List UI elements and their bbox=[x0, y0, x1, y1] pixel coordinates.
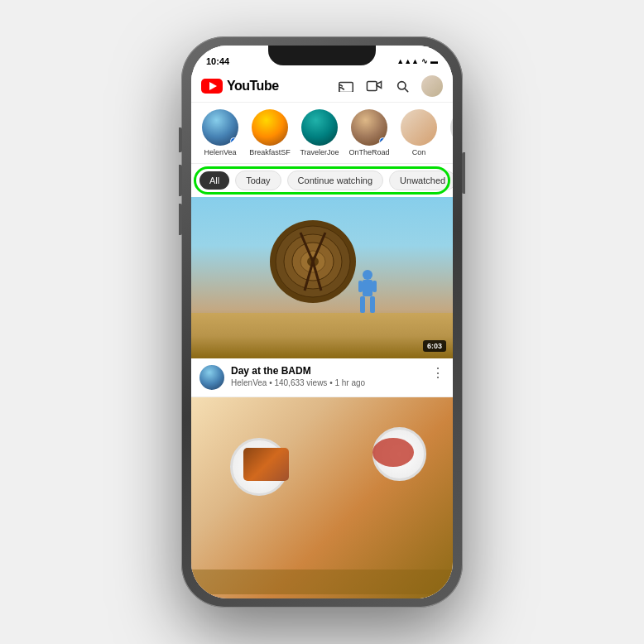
svg-rect-14 bbox=[370, 296, 375, 313]
phone-notch bbox=[268, 46, 376, 65]
sub-avatar-travelerjoe bbox=[301, 109, 338, 146]
youtube-logo: YouTube bbox=[201, 79, 337, 94]
sub-item-all[interactable]: ALL bbox=[448, 109, 453, 146]
channel-avatar[interactable] bbox=[199, 365, 224, 390]
chip-unwatched[interactable]: Unwatched bbox=[389, 171, 453, 190]
volume-up-button bbox=[179, 165, 182, 196]
video-title[interactable]: Day at the BADM bbox=[231, 365, 425, 377]
sub-label-travelerjoe: TravelerJoe bbox=[300, 148, 339, 156]
unread-dot bbox=[230, 137, 238, 145]
food-item-2 bbox=[372, 438, 414, 467]
video-camera-button[interactable] bbox=[365, 77, 383, 95]
chip-all[interactable]: All bbox=[199, 171, 229, 190]
video-meta: HelenVea • 140,633 views • 1 hr ago bbox=[231, 378, 425, 387]
power-button bbox=[462, 152, 465, 194]
sub-avatar-con bbox=[401, 109, 437, 146]
video-more-button[interactable]: ⋮ bbox=[431, 365, 445, 381]
tree-stump bbox=[267, 216, 358, 307]
svg-line-4 bbox=[405, 89, 408, 92]
sub-label-breakfastsf: BreakfastSF bbox=[249, 148, 291, 156]
food-item-1 bbox=[243, 448, 289, 481]
wifi-icon: ∿ bbox=[421, 57, 428, 65]
sub-label-helenvea: HelenVea bbox=[204, 148, 236, 156]
sub-avatar-ontheroad bbox=[351, 109, 387, 146]
sub-label-con: Con bbox=[412, 148, 426, 156]
user-avatar[interactable] bbox=[421, 75, 443, 97]
video-thumbnail-2[interactable] bbox=[191, 397, 453, 598]
ground bbox=[191, 313, 453, 358]
phone-screen: 10:44 ▲▲▲ ∿ ▬ YouTube bbox=[191, 46, 453, 598]
status-time: 10:44 bbox=[206, 56, 229, 66]
sub-item-con[interactable]: Con bbox=[398, 109, 440, 156]
svg-point-1 bbox=[339, 89, 340, 90]
video-thumbnail-1[interactable]: 6:03 bbox=[191, 197, 453, 358]
sub-label-ontheroad: OnTheRoad bbox=[348, 148, 389, 156]
header-actions bbox=[337, 75, 443, 97]
sub-item-breakfastsf[interactable]: BreakfastSF bbox=[249, 109, 291, 156]
chip-continue-watching[interactable]: Continue watching bbox=[287, 171, 384, 190]
subscriptions-row: HelenVea BreakfastSF TravelerJoe OnTheRo… bbox=[191, 103, 453, 164]
phone-frame: 10:44 ▲▲▲ ∿ ▬ YouTube bbox=[181, 36, 463, 608]
video-info-row: Day at the BADM HelenVea • 140,633 views… bbox=[191, 358, 453, 397]
video-duration: 6:03 bbox=[423, 340, 446, 352]
search-button[interactable] bbox=[393, 77, 411, 95]
svg-rect-12 bbox=[363, 280, 372, 296]
sub-item-ontheroad[interactable]: OnTheRoad bbox=[348, 109, 390, 156]
filter-row: All Today Continue watching Unwatched bbox=[191, 164, 453, 197]
svg-rect-13 bbox=[360, 296, 365, 313]
sub-item-travelerjoe[interactable]: TravelerJoe bbox=[299, 109, 340, 156]
sub-all-button: ALL bbox=[450, 109, 453, 146]
svg-rect-15 bbox=[358, 281, 363, 292]
svg-rect-2 bbox=[367, 82, 377, 91]
battery-icon: ▬ bbox=[430, 57, 438, 65]
sub-avatar-helenvea bbox=[202, 109, 238, 146]
unread-dot-2 bbox=[379, 137, 387, 145]
person-figure bbox=[355, 268, 380, 321]
youtube-wordmark: YouTube bbox=[227, 79, 279, 94]
screen-content: 10:44 ▲▲▲ ∿ ▬ YouTube bbox=[191, 46, 453, 598]
food-overlay bbox=[191, 570, 453, 594]
volume-down-button bbox=[179, 204, 182, 235]
chip-today[interactable]: Today bbox=[235, 171, 281, 190]
status-icons: ▲▲▲ ∿ ▬ bbox=[396, 57, 438, 65]
signal-icon: ▲▲▲ bbox=[396, 57, 419, 65]
cast-button[interactable] bbox=[337, 77, 355, 95]
svg-point-11 bbox=[363, 270, 372, 280]
play-triangle bbox=[209, 82, 217, 90]
youtube-header: YouTube bbox=[191, 70, 453, 103]
sub-item-helenvea[interactable]: HelenVea bbox=[199, 109, 241, 156]
silent-button bbox=[179, 127, 182, 152]
video-details: Day at the BADM HelenVea • 140,633 views… bbox=[231, 365, 425, 387]
svg-rect-16 bbox=[372, 281, 377, 292]
food-bg bbox=[191, 397, 453, 598]
sub-avatar-breakfastsf bbox=[252, 109, 288, 146]
video-feed: 6:03 Day at the BADM HelenVea • 140,633 … bbox=[191, 197, 453, 598]
youtube-play-icon bbox=[201, 79, 223, 94]
